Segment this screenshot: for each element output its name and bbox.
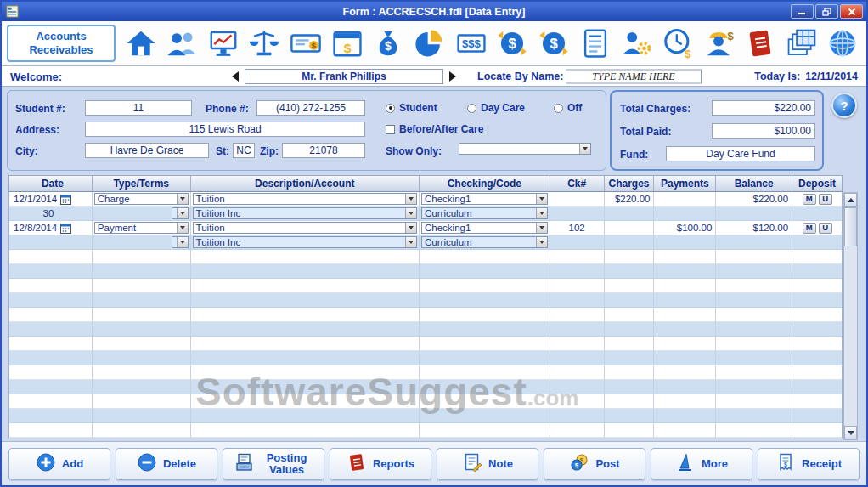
- radio-off[interactable]: Off: [554, 102, 582, 114]
- dropdown-arrow-icon[interactable]: [177, 208, 188, 218]
- grid-scrollbar[interactable]: [843, 192, 858, 440]
- dropdown-arrow-icon[interactable]: [536, 194, 547, 204]
- restore-button[interactable]: [815, 4, 838, 19]
- dropdown-arrow-icon[interactable]: [405, 237, 416, 247]
- income-account-combo[interactable]: Tuition Inc: [193, 236, 417, 248]
- ledger-icon[interactable]: [577, 25, 613, 62]
- scroll-thumb[interactable]: [844, 207, 857, 246]
- funds-moneybag-icon[interactable]: $: [370, 25, 407, 62]
- state-input[interactable]: [233, 143, 255, 158]
- close-button[interactable]: [840, 4, 863, 19]
- date-cell[interactable]: 12/1/2014: [9, 192, 93, 207]
- internet-globe-icon[interactable]: [825, 25, 861, 62]
- dropdown-arrow-icon[interactable]: [177, 223, 188, 233]
- radio-day-care[interactable]: Day Care: [467, 102, 525, 114]
- grid-row-empty[interactable]: [9, 365, 842, 380]
- accounts-receivables-button[interactable]: Accounts Receivables: [7, 25, 116, 62]
- ck-number-cell[interactable]: 102: [550, 221, 605, 235]
- reports-book-icon[interactable]: [742, 25, 779, 62]
- calendar-icon[interactable]: [60, 223, 71, 234]
- receipt-button[interactable]: $ Receipt: [758, 448, 860, 480]
- deposit-matched-button[interactable]: M: [803, 194, 816, 205]
- terms-cell[interactable]: 30: [9, 207, 93, 221]
- grid-row-empty[interactable]: [9, 322, 842, 337]
- reports-button[interactable]: Reports: [330, 448, 431, 480]
- payments-cell[interactable]: $100.00: [654, 221, 716, 235]
- type-terms-combo[interactable]: Charge: [94, 193, 189, 205]
- dropdown-arrow-icon[interactable]: [536, 223, 547, 233]
- dropdown-arrow-icon[interactable]: [405, 194, 416, 204]
- minimize-button[interactable]: [791, 4, 814, 19]
- grid-row-empty[interactable]: [9, 308, 842, 322]
- billing-calendar-icon[interactable]: $: [329, 25, 365, 62]
- show-only-combo[interactable]: [459, 143, 591, 155]
- checking-combo[interactable]: Checking1: [421, 222, 548, 234]
- grid-row-empty[interactable]: [9, 380, 842, 394]
- delete-button[interactable]: Delete: [116, 448, 217, 480]
- post-button[interactable]: $$ Post: [544, 448, 645, 480]
- payroll-icon[interactable]: $: [701, 25, 737, 62]
- checks-icon[interactable]: $: [288, 25, 324, 62]
- before-after-care-checkbox[interactable]: Before/After Care: [386, 123, 483, 135]
- time-billing-icon[interactable]: $: [659, 25, 696, 62]
- dropdown-arrow-icon[interactable]: [405, 208, 416, 218]
- charges-cell[interactable]: $220.00: [605, 192, 655, 207]
- description-combo[interactable]: Tuition: [193, 222, 417, 234]
- deposit-unmatched-button[interactable]: U: [819, 223, 832, 234]
- dropdown-arrow-icon[interactable]: [405, 223, 416, 233]
- grid-row-empty[interactable]: [9, 423, 842, 438]
- previous-record-button[interactable]: [229, 70, 241, 83]
- student-number-input[interactable]: [85, 100, 192, 116]
- grid-row-empty[interactable]: [9, 351, 842, 365]
- clients-icon[interactable]: [164, 25, 200, 62]
- note-button[interactable]: Note: [437, 448, 538, 480]
- grid-row-empty[interactable]: [9, 337, 842, 351]
- grid-row-empty[interactable]: [9, 293, 842, 308]
- deposit-unmatched-button[interactable]: U: [819, 194, 832, 205]
- scroll-up-button[interactable]: [844, 193, 857, 207]
- scroll-down-button[interactable]: [844, 426, 857, 439]
- current-record-name[interactable]: Mr. Frank Phillips: [245, 69, 443, 84]
- grid-row-empty[interactable]: [9, 409, 842, 423]
- checking-combo[interactable]: Checking1: [421, 193, 548, 205]
- money-in-icon[interactable]: $: [535, 25, 572, 62]
- more-button[interactable]: More: [651, 448, 752, 480]
- add-button[interactable]: Add: [8, 448, 110, 480]
- charges-cell[interactable]: [605, 221, 655, 235]
- type-terms-combo[interactable]: Payment: [94, 222, 189, 234]
- grid-row-empty[interactable]: [9, 250, 842, 264]
- next-record-button[interactable]: [447, 70, 459, 83]
- locate-by-name-input[interactable]: [566, 69, 702, 83]
- dropdown-arrow-icon[interactable]: [177, 194, 188, 204]
- dropdown-arrow-icon[interactable]: [536, 208, 547, 218]
- dropdown-arrow-icon[interactable]: [177, 237, 188, 247]
- dropdown-arrow-icon[interactable]: [536, 237, 547, 247]
- balances-scales-icon[interactable]: [246, 25, 283, 62]
- code-combo[interactable]: Curriculum: [421, 236, 548, 248]
- grid-row-empty[interactable]: [9, 279, 842, 293]
- terms-combo[interactable]: [172, 207, 189, 219]
- radio-student[interactable]: Student: [386, 102, 437, 114]
- balance-cell[interactable]: $120.00: [716, 221, 792, 235]
- description-combo[interactable]: Tuition: [193, 193, 417, 205]
- grid-row-empty[interactable]: [9, 394, 842, 409]
- address-input[interactable]: [85, 122, 365, 137]
- city-input[interactable]: [85, 143, 209, 158]
- worksheets-icon[interactable]: [783, 25, 820, 62]
- ck-number-cell[interactable]: [550, 192, 605, 207]
- code-combo[interactable]: Curriculum: [421, 207, 548, 219]
- budget-pie-icon[interactable]: [411, 25, 448, 62]
- home-icon[interactable]: [122, 25, 159, 62]
- cash-icon[interactable]: $$$: [453, 25, 489, 62]
- payments-cell[interactable]: [654, 192, 716, 207]
- administration-icon[interactable]: [618, 25, 655, 62]
- grid-row-empty[interactable]: [9, 264, 842, 279]
- phone-input[interactable]: [256, 100, 365, 116]
- zip-input[interactable]: [282, 143, 365, 158]
- terms-combo[interactable]: [172, 236, 189, 248]
- posting-values-button[interactable]: Posting Values: [223, 448, 324, 480]
- deposit-matched-button[interactable]: M: [803, 223, 816, 234]
- date-cell[interactable]: 12/8/2014: [9, 221, 93, 235]
- balance-cell[interactable]: $220.00: [716, 192, 792, 207]
- calendar-icon[interactable]: [60, 194, 71, 205]
